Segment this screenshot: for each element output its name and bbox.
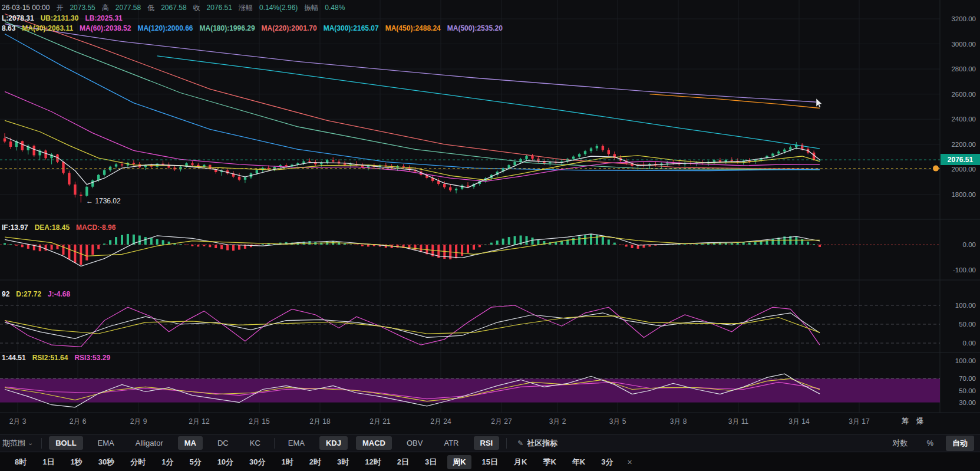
svg-text:0.00: 0.00	[963, 241, 976, 248]
kdj-value: 92	[2, 290, 9, 298]
rsi-value: RSI2:51.64	[32, 354, 68, 362]
y-axis-labels: 3200.003000.002800.002600.002400.002200.…	[951, 15, 976, 406]
svg-text:30.00: 30.00	[959, 399, 976, 406]
timeframe-button-7[interactable]: 5分	[184, 455, 206, 469]
overlay-indicator-button-5[interactable]: DC	[211, 436, 235, 450]
chart-canvas[interactable]: 3200.003000.002800.002600.002400.002200.…	[0, 0, 980, 434]
timeframe-button-8[interactable]: 10分	[212, 455, 239, 469]
low-price-annotation: ← 1736.02	[86, 197, 121, 205]
ohlc-legend: 26-03-15 00:00开2073.55高2077.58低2067.58收2…	[2, 3, 345, 13]
mouse-cursor	[816, 98, 822, 108]
ohlc-value: 开	[56, 3, 63, 13]
ohlc-value: 0.14%(2.96)	[259, 4, 298, 12]
timeframe-button-16[interactable]: 周K	[447, 455, 471, 469]
timeframe-button-5[interactable]: 分时	[125, 455, 151, 469]
timeframe-button-17[interactable]: 15日	[477, 455, 503, 469]
x-axis-label: 3月 11	[728, 417, 748, 427]
overlay-indicator-button-4[interactable]: MA	[178, 436, 203, 450]
svg-text:2600.00: 2600.00	[951, 91, 976, 98]
boll-legend: L:2078.31UB:2131.30LB:2025.31	[2, 14, 123, 22]
timeframe-button-19[interactable]: 季K	[537, 455, 561, 469]
trading-app: 3200.003000.002800.002600.002400.002200.…	[0, 0, 980, 471]
timeframe-button-12[interactable]: 3时	[332, 455, 354, 469]
oscillator-indicator-button-2[interactable]: KDJ	[319, 436, 348, 450]
ohlc-value: 高	[102, 3, 109, 13]
ohlc-value: 2077.58	[116, 4, 141, 12]
toolbar-divider	[506, 438, 507, 449]
auto-scale-button[interactable]: 自动	[946, 436, 974, 451]
kdj-value: J:-4.68	[48, 290, 70, 298]
timeframe-button-14[interactable]: 2日	[392, 455, 414, 469]
community-indicators-button[interactable]: ✎ 社区指标	[514, 437, 561, 449]
oscillator-indicator-button-1[interactable]: EMA	[282, 436, 311, 450]
timeframe-button-3[interactable]: 1秒	[65, 455, 87, 469]
overlay-indicator-button-3[interactable]: Alligator	[129, 436, 170, 450]
ma-value: MA(60):2038.52	[80, 24, 131, 32]
oscillator-indicator-button-3[interactable]: MACD	[356, 436, 392, 450]
timeframe-button-6[interactable]: 1分	[156, 455, 179, 469]
oscillator-indicator-button-6[interactable]: RSI	[474, 436, 500, 450]
last-price-tag: 2076.51	[941, 154, 980, 165]
oscillator-indicator-group: EMAKDJMACDOBVATRRSI	[282, 436, 499, 450]
close-icon[interactable]: ×	[623, 456, 635, 468]
overlay-indicator-group: BOLLEMAAlligatorMADCKC	[49, 436, 267, 450]
timeframe-button-11[interactable]: 2时	[304, 455, 326, 469]
community-indicators-label: 社区指标	[527, 438, 557, 449]
chevron-down-icon: ⌄	[28, 439, 33, 447]
ma-value: MA(180):1996.29	[200, 24, 255, 32]
overlay-indicator-button-2[interactable]: EMA	[91, 436, 121, 450]
timeframe-button-13[interactable]: 12时	[359, 455, 386, 469]
x-axis-label: 2月 3	[9, 417, 27, 427]
boll-value: L:2078.31	[2, 14, 34, 22]
timeframe-button-2[interactable]: 1日	[37, 455, 60, 469]
svg-text:3200.00: 3200.00	[951, 15, 976, 22]
x-axis-label: 3月 14	[788, 417, 809, 427]
ma-value: MA(450):2488.24	[385, 24, 441, 32]
log-scale-button[interactable]: 对数	[886, 436, 914, 451]
macd-value: DEA:18.45	[35, 223, 70, 232]
boll-value: LB:2025.31	[85, 14, 122, 22]
svg-text:50.00: 50.00	[959, 321, 976, 328]
timeframe-button-4[interactable]: 30秒	[93, 455, 120, 469]
percent-scale-button[interactable]: %	[920, 436, 940, 450]
timeframe-button-20[interactable]: 年K	[567, 455, 590, 469]
x-axis-label: 3月 17	[849, 417, 869, 427]
timeframe-button-9[interactable]: 30分	[244, 455, 270, 469]
chips-distribution-button[interactable]: 筹	[898, 416, 913, 427]
oscillator-indicator-button-5[interactable]: ATR	[437, 436, 465, 450]
ohlc-value: 26-03-15 00:00	[2, 4, 50, 12]
timeframe-button-21[interactable]: 3分	[596, 455, 618, 469]
ohlc-value: 2067.58	[161, 4, 186, 12]
price-marker-dot	[933, 166, 939, 172]
svg-text:1800.00: 1800.00	[951, 191, 976, 198]
price-chart-svg[interactable]: 3200.003000.002800.002600.002400.002200.…	[0, 0, 980, 434]
date-range-button[interactable]: 期范围 ⌄	[1, 436, 34, 451]
svg-text:-100.00: -100.00	[953, 266, 976, 274]
rsi-value: RSI3:53.29	[74, 354, 110, 362]
timeframe-button-18[interactable]: 月K	[509, 455, 532, 469]
x-axis-label: 2月 18	[309, 417, 330, 427]
timeframe-button-1[interactable]: 8时	[9, 455, 32, 469]
overlay-indicator-button-6[interactable]: KC	[243, 436, 267, 450]
overlay-indicator-button-1[interactable]: BOLL	[49, 436, 83, 450]
timeframe-button-10[interactable]: 1时	[276, 455, 299, 469]
ma-value: MA(120):2000.66	[137, 24, 193, 32]
oscillator-indicator-button-4[interactable]: OBV	[400, 436, 429, 450]
ma-value: MA(30):2063.11	[22, 24, 73, 32]
rsi-legend: 1:44.51RSI2:51.64RSI3:53.29	[2, 354, 110, 362]
liquidation-button[interactable]: 爆	[913, 416, 928, 427]
toolbar-divider	[41, 438, 42, 449]
toolbar-divider	[274, 438, 275, 449]
ma-value: 8.63	[2, 24, 15, 32]
svg-text:0.00: 0.00	[963, 340, 976, 347]
x-axis-label: 2月 9	[130, 417, 147, 427]
ohlc-value: 收	[193, 3, 200, 13]
x-axis-label: 3月 5	[609, 417, 626, 427]
timeframe-button-15[interactable]: 3日	[420, 455, 442, 469]
rsi-value: 1:44.51	[2, 354, 26, 362]
macd-value: MACD:-8.96	[76, 223, 116, 232]
svg-text:50.00: 50.00	[959, 387, 976, 394]
ma-value: MA(300):2165.07	[324, 24, 379, 32]
date-range-label: 期范围	[2, 438, 25, 449]
ohlc-value: 0.48%	[325, 4, 345, 12]
